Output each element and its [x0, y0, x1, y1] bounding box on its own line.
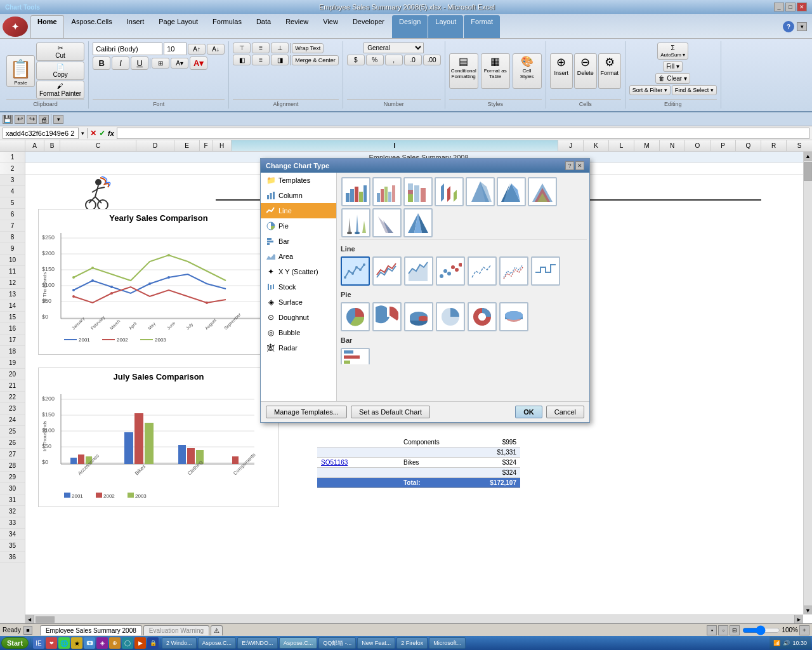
font-size-box[interactable]: [164, 43, 187, 55]
dialog-item-surface[interactable]: ◈ Surface: [261, 295, 336, 310]
chart-opt-col3[interactable]: [403, 177, 433, 206]
tab-home[interactable]: Home: [30, 15, 64, 38]
zoom-in-btn[interactable]: +: [799, 625, 809, 635]
pie-opt-5[interactable]: [468, 302, 497, 331]
fill-color-button[interactable]: A▾: [171, 58, 188, 69]
row-7[interactable]: 7: [0, 220, 25, 232]
col-header-p[interactable]: P: [710, 140, 736, 151]
row-36[interactable]: 36: [0, 552, 25, 563]
row-32[interactable]: 32: [0, 506, 25, 517]
chart-opt-col4[interactable]: [435, 177, 464, 206]
dialog-item-area[interactable]: Area: [261, 249, 336, 264]
align-left-button[interactable]: ◧: [233, 55, 251, 65]
italic-button[interactable]: I: [112, 56, 129, 70]
align-right-button[interactable]: ◨: [271, 55, 289, 65]
col-header-m[interactable]: M: [634, 140, 660, 151]
decrease-font-button[interactable]: A↓: [207, 44, 225, 55]
tab-page-layout[interactable]: Page Layout: [152, 15, 205, 38]
set-default-chart-button[interactable]: Set as Default Chart: [351, 406, 430, 418]
row-27[interactable]: 27: [0, 449, 25, 460]
col-header-k[interactable]: K: [584, 140, 609, 151]
taskbar-item-6[interactable]: 2 Firefox: [396, 637, 428, 649]
taskbar-icon-1[interactable]: IE: [33, 637, 44, 649]
col-header-i[interactable]: I: [232, 140, 558, 151]
bold-button[interactable]: B: [93, 56, 110, 70]
align-center-button[interactable]: ≡: [252, 55, 270, 65]
row-16[interactable]: 16: [0, 323, 25, 335]
close-button[interactable]: ✕: [797, 3, 807, 11]
dialog-item-doughnut[interactable]: ⊙ Doughnut: [261, 310, 336, 325]
comma-button[interactable]: ,: [385, 55, 403, 65]
dialog-item-bar[interactable]: Bar: [261, 234, 336, 249]
row-13[interactable]: 13: [0, 289, 25, 300]
number-format-select[interactable]: General: [363, 43, 424, 53]
qat-dropdown[interactable]: ▾: [53, 115, 63, 124]
paste-button[interactable]: 📋Paste: [6, 55, 35, 87]
delete-button[interactable]: ⊖ Delete: [574, 53, 597, 89]
row-20[interactable]: 20: [0, 369, 25, 380]
start-button[interactable]: Start: [1, 637, 29, 649]
tab-layout[interactable]: Layout: [428, 15, 463, 38]
currency-button[interactable]: $: [347, 55, 365, 65]
line-opt-7[interactable]: [531, 256, 560, 286]
taskbar-item-3[interactable]: Aspose.C...: [279, 637, 318, 649]
taskbar-icon-5[interactable]: 📧: [84, 637, 95, 649]
clear-button[interactable]: 🗑 Clear ▾: [655, 73, 690, 84]
row-2[interactable]: 2: [0, 163, 25, 175]
dialog-item-column[interactable]: Column: [261, 188, 336, 203]
row-12[interactable]: 12: [0, 277, 25, 289]
dialog-item-templates[interactable]: 📁 Templates: [261, 173, 336, 188]
col-header-b[interactable]: B: [44, 140, 60, 151]
chart-opt-pyramid3[interactable]: [528, 177, 557, 206]
bar-opt-1[interactable]: [341, 348, 370, 364]
redo-qat-button[interactable]: ↪: [27, 115, 37, 124]
name-box-dropdown[interactable]: ▾: [81, 130, 84, 136]
row-23[interactable]: 23: [0, 403, 25, 415]
row-15[interactable]: 15: [0, 312, 25, 323]
row-8[interactable]: 8: [0, 232, 25, 243]
chart-opt-pyramid2[interactable]: [497, 177, 526, 206]
cancel-formula-btn[interactable]: ✕: [90, 129, 96, 138]
row-18[interactable]: 18: [0, 346, 25, 357]
line-opt-4[interactable]: [436, 256, 465, 286]
dialog-item-bubble[interactable]: ◎ Bubble: [261, 325, 336, 340]
taskbar-item-5[interactable]: New Feat...: [357, 637, 395, 649]
taskbar-item-7[interactable]: Microsoft...: [429, 637, 466, 649]
page-layout-btn[interactable]: ▫: [718, 625, 728, 635]
row-24[interactable]: 24: [0, 415, 25, 426]
line-opt-5[interactable]: [468, 256, 497, 286]
taskbar-icon-8[interactable]: ◯: [122, 637, 133, 649]
row-29[interactable]: 29: [0, 472, 25, 483]
col-header-f[interactable]: F: [200, 140, 213, 151]
chart-opt-cone2[interactable]: [372, 208, 402, 237]
chart-opt-cone3[interactable]: [403, 208, 433, 237]
font-color-button[interactable]: A▾: [190, 56, 207, 70]
ribbon-minimize[interactable]: ▾: [797, 22, 807, 31]
line-opt-1[interactable]: [341, 256, 370, 286]
row-25[interactable]: 25: [0, 426, 25, 437]
col-header-l[interactable]: L: [609, 140, 634, 151]
percent-button[interactable]: %: [366, 55, 384, 65]
col-header-d[interactable]: D: [136, 140, 174, 151]
tray-icon-1[interactable]: 📶: [773, 640, 780, 646]
undo-qat-button[interactable]: ↩: [15, 115, 25, 124]
print-qat-button[interactable]: 🖨: [39, 115, 49, 124]
dialog-item-line[interactable]: Line: [261, 203, 336, 218]
maximize-button[interactable]: □: [785, 3, 796, 11]
name-box[interactable]: [3, 128, 79, 139]
line-opt-3[interactable]: [404, 256, 433, 286]
chart-opt-cone1[interactable]: [341, 208, 370, 237]
row-26[interactable]: 26: [0, 437, 25, 449]
col-header-n[interactable]: N: [660, 140, 685, 151]
pie-opt-6[interactable]: [499, 302, 528, 331]
row-21[interactable]: 21: [0, 380, 25, 392]
format-painter-button[interactable]: 🖌 Format Painter: [36, 81, 84, 99]
row-5[interactable]: 5: [0, 197, 25, 209]
tab-design[interactable]: Design: [392, 15, 428, 38]
enter-formula-btn[interactable]: ✓: [99, 129, 105, 138]
taskbar-icon-7[interactable]: ⊕: [109, 637, 121, 649]
sort-filter-button[interactable]: Sort & Filter ▾: [629, 85, 671, 95]
row-33[interactable]: 33: [0, 517, 25, 529]
taskbar-icon-9[interactable]: ▶: [134, 637, 146, 649]
pie-opt-4[interactable]: [436, 302, 465, 331]
